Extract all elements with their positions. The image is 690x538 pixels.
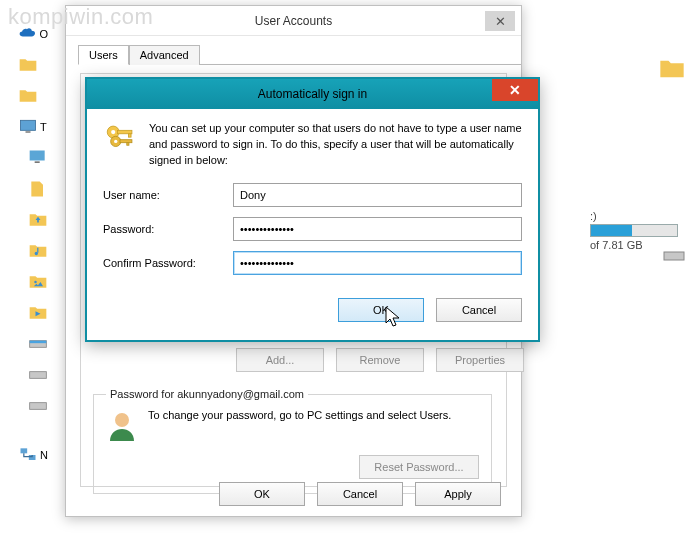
folder-icon [18, 55, 38, 75]
sidebar-item[interactable]: O [18, 24, 48, 44]
drive-label: :) [590, 210, 678, 222]
documents-icon [28, 179, 48, 199]
svg-rect-0 [21, 120, 36, 130]
sidebar-item[interactable] [28, 241, 48, 261]
password-label: Password: [103, 223, 233, 235]
onedrive-icon [18, 24, 37, 44]
svg-rect-17 [117, 130, 131, 133]
properties-button: Properties [436, 348, 524, 372]
svg-point-14 [115, 413, 129, 427]
sidebar-item[interactable] [18, 55, 48, 75]
reset-password-button: Reset Password... [359, 455, 479, 479]
sidebar-item[interactable] [28, 365, 48, 385]
network-icon [18, 445, 38, 465]
sidebar-item[interactable] [28, 272, 48, 292]
music-icon [28, 241, 48, 261]
add-button: Add... [236, 348, 324, 372]
apply-button[interactable]: Apply [415, 482, 501, 506]
pc-icon [18, 117, 38, 137]
tab-users[interactable]: Users [78, 45, 129, 65]
remove-button: Remove [336, 348, 424, 372]
username-label: User name: [103, 189, 233, 201]
svg-point-6 [34, 281, 37, 284]
ok-button[interactable]: OK [338, 298, 424, 322]
sidebar-item[interactable] [28, 148, 48, 168]
password-group-legend: Password for akunnyadony@gmail.com [106, 388, 308, 400]
close-icon: ✕ [509, 82, 521, 98]
close-button[interactable]: ✕ [492, 79, 538, 101]
username-input[interactable] [233, 183, 522, 207]
svg-rect-18 [129, 134, 132, 137]
svg-point-16 [111, 130, 115, 134]
sidebar-item[interactable] [28, 396, 48, 416]
sidebar-item[interactable] [28, 334, 48, 354]
password-change-text: To change your password, go to PC settin… [148, 409, 451, 421]
pictures-icon [28, 272, 48, 292]
user-accounts-title: User Accounts [255, 14, 332, 28]
confirm-password-label: Confirm Password: [103, 257, 233, 269]
svg-rect-3 [35, 161, 40, 163]
svg-rect-11 [21, 448, 28, 453]
user-accounts-titlebar[interactable]: User Accounts ✕ [66, 6, 521, 36]
drive-icon [28, 334, 48, 354]
sidebar-item[interactable] [18, 86, 48, 106]
auto-signin-dialog: Automatically sign in ✕ You can set up y… [85, 77, 540, 342]
keys-icon [103, 121, 137, 155]
sidebar-item-network[interactable]: N [18, 445, 48, 465]
drive-icon [28, 396, 48, 416]
cancel-button[interactable]: Cancel [317, 482, 403, 506]
explorer-nav-fragment: O T N [18, 24, 48, 465]
auto-signin-intro-text: You can set up your computer so that use… [149, 121, 522, 169]
svg-rect-9 [30, 372, 47, 379]
auto-signin-titlebar[interactable]: Automatically sign in ✕ [87, 79, 538, 109]
sidebar-item[interactable] [28, 210, 48, 230]
svg-rect-5 [37, 248, 38, 253]
tabs: Users Advanced [78, 44, 521, 65]
user-avatar-icon [106, 409, 138, 441]
auto-signin-title: Automatically sign in [258, 87, 367, 101]
drive-icon [28, 365, 48, 385]
svg-rect-8 [30, 341, 47, 344]
svg-rect-1 [26, 131, 31, 133]
svg-rect-10 [30, 403, 47, 410]
sidebar-item-label: N [40, 449, 48, 461]
svg-rect-22 [127, 143, 129, 146]
confirm-password-input[interactable] [233, 251, 522, 275]
downloads-icon [28, 210, 48, 230]
sidebar-item[interactable] [28, 179, 48, 199]
svg-rect-13 [664, 252, 684, 260]
sidebar-item-this-pc[interactable]: T [18, 117, 48, 137]
svg-rect-2 [30, 151, 45, 161]
password-group: Password for akunnyadony@gmail.com To ch… [93, 394, 492, 494]
folder-icon [658, 55, 686, 83]
svg-rect-21 [120, 140, 132, 143]
close-button[interactable]: ✕ [485, 11, 515, 31]
svg-point-20 [114, 140, 117, 143]
sidebar-item-label: O [39, 28, 48, 40]
password-input[interactable] [233, 217, 522, 241]
sidebar-item-label: T [40, 121, 47, 133]
videos-icon [28, 303, 48, 323]
desktop-icon [28, 148, 48, 168]
close-icon: ✕ [495, 14, 506, 29]
ok-button[interactable]: OK [219, 482, 305, 506]
folder-icon [18, 86, 38, 106]
drive-icon [662, 244, 686, 268]
drive-usage-bar [590, 224, 678, 237]
sidebar-item[interactable] [28, 303, 48, 323]
tab-advanced[interactable]: Advanced [129, 45, 200, 65]
cancel-button[interactable]: Cancel [436, 298, 522, 322]
